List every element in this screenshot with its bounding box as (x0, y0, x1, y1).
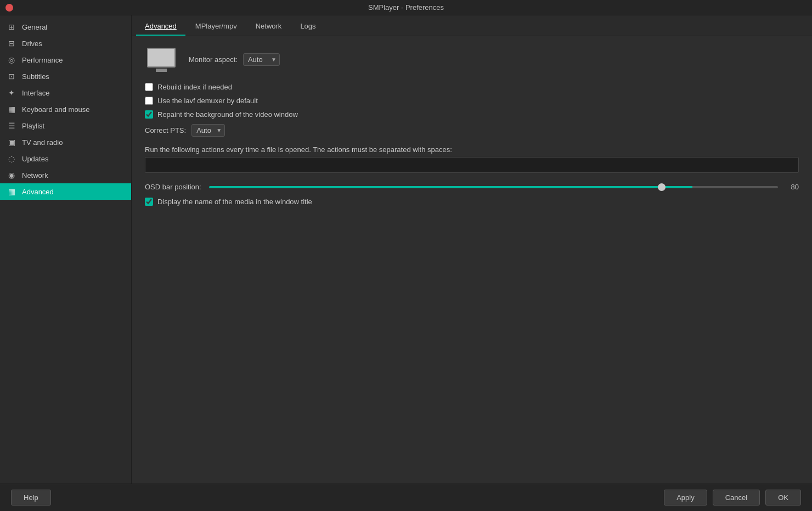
monitor-screen (147, 48, 176, 68)
close-button[interactable] (5, 4, 13, 12)
performance-icon: ◎ (7, 55, 16, 65)
apply-button[interactable]: Apply (664, 490, 707, 506)
sidebar-label-updates: Updates (22, 155, 48, 163)
sidebar-label-interface: Interface (22, 89, 50, 97)
sidebar-item-keyboard-mouse[interactable]: ▦ Keyboard and mouse (0, 101, 131, 117)
general-icon: ⊞ (7, 22, 16, 32)
monitor-aspect-label: Monitor aspect: (189, 55, 238, 64)
osd-bar-slider[interactable] (209, 186, 778, 188)
sidebar-item-advanced[interactable]: ▦ Advanced (0, 183, 131, 200)
tv-icon: ▣ (7, 137, 16, 147)
monitor-section: Monitor aspect: Auto 4:3 16:9 16:10 5:4 … (145, 47, 799, 72)
main-layout: ⊞ General ⊟ Drives ◎ Performance ⊡ Subti… (0, 15, 812, 484)
tab-logs[interactable]: Logs (291, 18, 324, 36)
sidebar-label-keyboard-mouse: Keyboard and mouse (22, 105, 90, 114)
cancel-button[interactable]: Cancel (713, 490, 760, 506)
use-lavf-label[interactable]: Use the lavf demuxer by default (157, 97, 258, 105)
advanced-icon: ▦ (7, 187, 16, 196)
correct-pts-label: Correct PTS: (145, 126, 186, 134)
display-name-checkbox[interactable] (145, 198, 153, 206)
sidebar: ⊞ General ⊟ Drives ◎ Performance ⊡ Subti… (0, 15, 132, 484)
correct-pts-dropdown-wrapper: Auto Yes No ▼ (191, 124, 225, 137)
display-name-row: Display the name of the media in the win… (145, 198, 799, 206)
repaint-bg-label[interactable]: Repaint the background of the video wind… (157, 110, 298, 119)
sidebar-item-subtitles[interactable]: ⊡ Subtitles (0, 68, 131, 85)
monitor-aspect-dropdown-wrapper: Auto 4:3 16:9 16:10 5:4 ▼ (243, 53, 280, 66)
sidebar-label-subtitles: Subtitles (22, 72, 49, 81)
tab-content-advanced: Monitor aspect: Auto 4:3 16:9 16:10 5:4 … (132, 36, 812, 484)
footer-left: Help (11, 490, 51, 506)
sidebar-item-network[interactable]: ◉ Network (0, 167, 131, 183)
sidebar-item-tv-radio[interactable]: ▣ TV and radio (0, 134, 131, 150)
sidebar-label-advanced: Advanced (22, 188, 54, 196)
sidebar-item-updates[interactable]: ◌ Updates (0, 150, 131, 167)
monitor-aspect-row: Monitor aspect: Auto 4:3 16:9 16:10 5:4 … (189, 53, 280, 66)
display-name-label[interactable]: Display the name of the media in the win… (157, 198, 312, 206)
updates-icon: ◌ (7, 154, 16, 164)
ok-button[interactable]: OK (765, 490, 801, 506)
help-button[interactable]: Help (11, 490, 51, 506)
tabs-bar: Advanced MPlayer/mpv Network Logs (132, 15, 812, 36)
rebuild-index-checkbox[interactable] (145, 83, 153, 91)
correct-pts-row: Correct PTS: Auto Yes No ▼ (145, 124, 799, 137)
osd-bar-row: OSD bar position: 80 (145, 183, 799, 191)
network-icon: ◉ (7, 170, 16, 180)
correct-pts-select[interactable]: Auto Yes No (191, 124, 225, 137)
sidebar-label-network: Network (22, 171, 48, 179)
interface-icon: ✦ (7, 88, 16, 98)
repaint-bg-checkbox[interactable] (145, 110, 153, 119)
sidebar-item-interface[interactable]: ✦ Interface (0, 85, 131, 101)
monitor-stand (156, 69, 167, 72)
use-lavf-checkbox[interactable] (145, 97, 153, 105)
monitor-aspect-select[interactable]: Auto 4:3 16:9 16:10 5:4 (243, 53, 280, 66)
tab-mplayer-mpv[interactable]: MPlayer/mpv (187, 18, 246, 36)
run-actions-input[interactable] (145, 157, 799, 173)
repaint-bg-row: Repaint the background of the video wind… (145, 110, 799, 119)
sidebar-label-playlist: Playlist (22, 122, 44, 130)
drives-icon: ⊟ (7, 38, 16, 48)
sidebar-label-general: General (22, 23, 47, 31)
subtitles-icon: ⊡ (7, 71, 16, 81)
tab-advanced[interactable]: Advanced (136, 18, 185, 36)
osd-bar-value: 80 (786, 183, 799, 191)
sidebar-label-drives: Drives (22, 40, 42, 48)
sidebar-item-drives[interactable]: ⊟ Drives (0, 35, 131, 52)
sidebar-item-performance[interactable]: ◎ Performance (0, 52, 131, 68)
keyboard-icon: ▦ (7, 104, 16, 114)
rebuild-index-row: Rebuild index if needed (145, 83, 799, 91)
monitor-icon (145, 47, 178, 72)
tab-network[interactable]: Network (247, 18, 291, 36)
rebuild-index-label[interactable]: Rebuild index if needed (157, 83, 232, 91)
footer-right: Apply Cancel OK (664, 490, 801, 506)
content-area: Advanced MPlayer/mpv Network Logs Monito… (132, 15, 812, 484)
playlist-icon: ☰ (7, 121, 16, 131)
titlebar: SMPlayer - Preferences (0, 0, 812, 15)
sidebar-item-general[interactable]: ⊞ General (0, 19, 131, 35)
window-title: SMPlayer - Preferences (368, 3, 444, 12)
sidebar-label-performance: Performance (22, 56, 63, 64)
sidebar-label-tv-radio: TV and radio (22, 138, 63, 147)
sidebar-item-playlist[interactable]: ☰ Playlist (0, 117, 131, 134)
footer: Help Apply Cancel OK (0, 484, 812, 511)
use-lavf-row: Use the lavf demuxer by default (145, 97, 799, 105)
run-actions-label: Run the following actions every time a f… (145, 145, 799, 154)
osd-bar-label: OSD bar position: (145, 183, 201, 191)
